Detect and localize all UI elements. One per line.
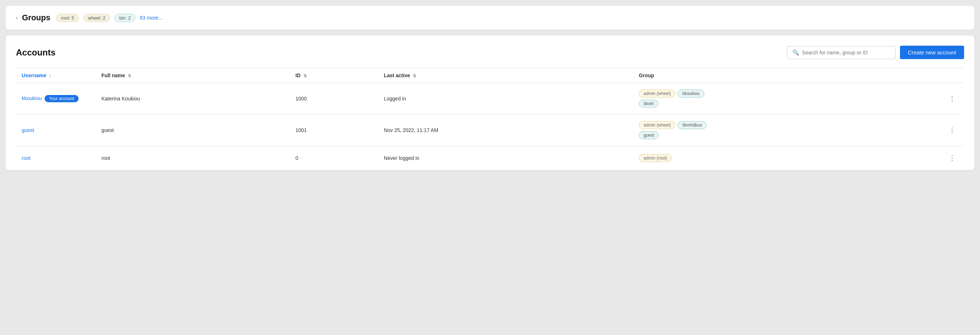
groups-card: › Groups root: 5 wheel: 2 bin: 2 83 more… bbox=[6, 6, 974, 30]
kebab-menu-button[interactable]: ⋮ bbox=[946, 93, 958, 104]
cell-username: kkoukiouYour account bbox=[16, 83, 95, 115]
cell-id: 1001 bbox=[290, 115, 378, 146]
groups-more-link[interactable]: 83 more... bbox=[140, 15, 162, 21]
cell-last-active: Nov 25, 2022, 11:17 AM bbox=[378, 115, 633, 146]
cell-fullname: root bbox=[95, 146, 290, 171]
username-link[interactable]: kkoukiou bbox=[22, 95, 41, 101]
group-badge-bin[interactable]: bin: 2 bbox=[115, 14, 135, 22]
id-sort-icon: ⇅ bbox=[304, 73, 307, 78]
col-header-actions bbox=[940, 68, 964, 83]
col-header-last-active[interactable]: Last active ⇅ bbox=[378, 68, 633, 83]
create-new-account-button[interactable]: Create new account bbox=[900, 46, 964, 59]
table-row: rootroot0Never logged inadmin (root)⋮ bbox=[16, 146, 964, 171]
search-icon: 🔍 bbox=[792, 49, 799, 56]
col-header-group: Group bbox=[633, 68, 940, 83]
kebab-menu-button[interactable]: ⋮ bbox=[946, 125, 958, 136]
username-link[interactable]: root bbox=[22, 155, 30, 161]
username-link[interactable]: guest bbox=[22, 127, 34, 133]
cell-fullname: guest bbox=[95, 115, 290, 146]
search-input[interactable] bbox=[802, 49, 890, 56]
cell-fullname: Katerina Koukiou bbox=[95, 83, 290, 115]
your-account-badge: Your account bbox=[45, 95, 79, 102]
cell-groups: admin (root) bbox=[633, 146, 940, 171]
group-tag[interactable]: admin (root) bbox=[639, 154, 672, 162]
cell-last-active: Logged in bbox=[378, 83, 633, 115]
table-row: guestguest1001Nov 25, 2022, 11:17 AMadmi… bbox=[16, 115, 964, 146]
groups-section: › Groups root: 5 wheel: 2 bin: 2 83 more… bbox=[6, 6, 974, 30]
cell-username: guest bbox=[16, 115, 95, 146]
group-tag[interactable]: libvirt bbox=[639, 100, 659, 108]
cell-groups: admin (wheel)libvirtdbusguest bbox=[633, 115, 940, 146]
group-tag[interactable]: admin (wheel) bbox=[639, 89, 675, 97]
cell-actions: ⋮ bbox=[940, 83, 964, 115]
groups-chevron-icon[interactable]: › bbox=[16, 15, 18, 21]
group-tag[interactable]: libvirtdbus bbox=[678, 121, 706, 129]
table-header-row: Username ↑ Full name ⇅ ID ⇅ Last active … bbox=[16, 68, 964, 83]
cell-last-active: Never logged in bbox=[378, 146, 633, 171]
last-active-sort-icon: ⇅ bbox=[413, 73, 416, 78]
cell-username: root bbox=[16, 146, 95, 171]
kebab-menu-button[interactable]: ⋮ bbox=[946, 153, 958, 164]
cell-actions: ⋮ bbox=[940, 146, 964, 171]
group-badge-wheel[interactable]: wheel: 2 bbox=[83, 14, 110, 22]
search-box: 🔍 bbox=[787, 46, 896, 59]
table-row: kkoukiouYour accountKaterina Koukiou1000… bbox=[16, 83, 964, 115]
cell-actions: ⋮ bbox=[940, 115, 964, 146]
username-sort-up-icon: ↑ bbox=[49, 73, 52, 78]
accounts-table: Username ↑ Full name ⇅ ID ⇅ Last active … bbox=[16, 68, 964, 170]
group-tag[interactable]: guest bbox=[639, 131, 659, 139]
cell-id: 1000 bbox=[290, 83, 378, 115]
col-header-id[interactable]: ID ⇅ bbox=[290, 68, 378, 83]
accounts-title: Accounts bbox=[16, 48, 56, 57]
groups-title: Groups bbox=[22, 13, 50, 22]
col-header-fullname[interactable]: Full name ⇅ bbox=[95, 68, 290, 83]
accounts-card: Accounts 🔍 Create new account Username ↑… bbox=[6, 35, 974, 170]
cell-groups: admin (wheel)kkoukioulibvirt bbox=[633, 83, 940, 115]
group-tag[interactable]: kkoukiou bbox=[678, 89, 704, 97]
group-tag[interactable]: admin (wheel) bbox=[639, 121, 675, 129]
header-right: 🔍 Create new account bbox=[787, 46, 964, 59]
col-header-username[interactable]: Username ↑ bbox=[16, 68, 95, 83]
fullname-sort-icon: ⇅ bbox=[128, 73, 131, 78]
cell-id: 0 bbox=[290, 146, 378, 171]
group-badge-root[interactable]: root: 5 bbox=[56, 14, 79, 22]
accounts-header: Accounts 🔍 Create new account bbox=[16, 46, 964, 59]
accounts-section: Accounts 🔍 Create new account Username ↑… bbox=[6, 35, 974, 170]
